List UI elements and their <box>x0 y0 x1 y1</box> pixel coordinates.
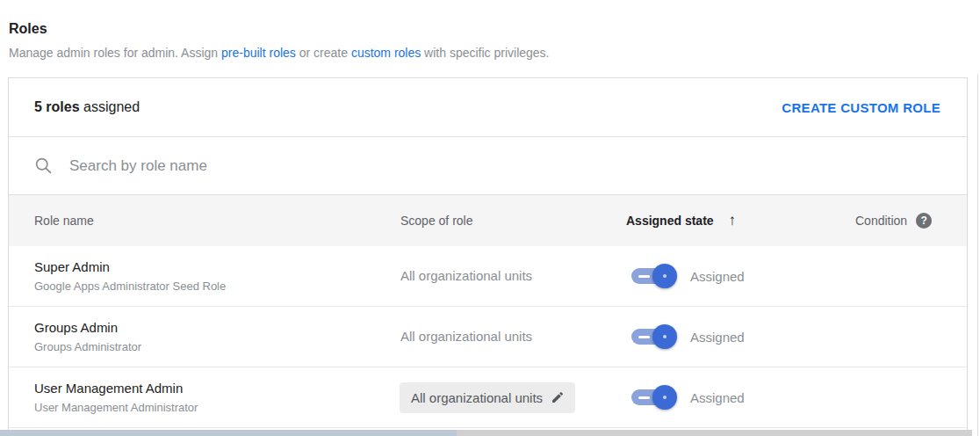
header-assigned-state-sort[interactable]: Assigned state↑ <box>626 212 736 229</box>
toggle-knob-dot <box>663 335 667 338</box>
edit-icon <box>551 390 565 404</box>
table-header-row: Role name Scope of role Assigned state↑ … <box>9 195 967 246</box>
subtitle-text: with specific privileges. <box>421 46 549 60</box>
assigned-state-label: Assigned <box>690 330 745 345</box>
assigned-toggle[interactable] <box>631 389 672 405</box>
page-subtitle: Manage admin roles for admin. Assign pre… <box>9 46 887 60</box>
table-row: Groups Admin Groups Administrator All or… <box>9 307 967 367</box>
prebuilt-roles-link[interactable]: pre-built roles <box>221 46 296 60</box>
toggle-knob <box>652 324 677 349</box>
custom-roles-link[interactable]: custom roles <box>351 46 421 60</box>
table-row: Super Admin Google Apps Administrator Se… <box>9 246 967 307</box>
role-name: Super Admin <box>34 259 400 274</box>
toggle-knob-dot <box>663 396 667 399</box>
scope-value: All organizational units <box>411 390 543 405</box>
page-title: Roles <box>9 21 887 37</box>
search-icon <box>34 156 53 175</box>
header-role-name: Role name <box>9 214 400 228</box>
panel-edge-divider <box>977 74 978 436</box>
toggle-on-dash <box>638 336 650 338</box>
roles-count-suffix: assigned <box>80 99 141 114</box>
horizontal-scrollbar-thumb[interactable] <box>0 430 457 436</box>
header-scope: Scope of role <box>400 214 626 228</box>
roles-count-number: 5 roles <box>34 99 80 114</box>
role-name: Groups Admin <box>34 320 400 335</box>
search-input[interactable] <box>69 149 967 184</box>
subtitle-text: or create <box>296 46 351 60</box>
assigned-toggle[interactable] <box>631 268 672 284</box>
horizontal-scrollbar[interactable] <box>0 430 972 436</box>
assigned-toggle[interactable] <box>631 329 672 345</box>
toggle-on-dash <box>638 275 650 278</box>
search-bar <box>9 137 967 195</box>
toggle-knob <box>652 264 677 288</box>
header-condition: Condition <box>855 214 907 228</box>
role-name: User Management Admin <box>34 381 400 396</box>
assigned-state-label: Assigned <box>690 390 745 405</box>
scope-edit-chip[interactable]: All organizational units <box>400 382 575 413</box>
header-assigned-state-label: Assigned state <box>626 214 714 228</box>
role-description: User Management Administrator <box>34 401 400 414</box>
roles-count: 5 roles assigned <box>34 99 140 115</box>
toggle-on-dash <box>638 396 650 399</box>
help-icon[interactable]: ? <box>916 213 932 229</box>
scope-value: All organizational units <box>400 329 532 344</box>
toggle-knob-dot <box>663 274 667 278</box>
role-description: Groups Administrator <box>34 340 400 353</box>
assigned-state-label: Assigned <box>690 269 745 284</box>
card-header: 5 roles assigned CREATE CUSTOM ROLE <box>9 78 967 137</box>
role-description: Google Apps Administrator Seed Role <box>34 280 400 293</box>
roles-card: 5 roles assigned CREATE CUSTOM ROLE Role… <box>8 77 968 436</box>
subtitle-text: Manage admin roles for admin. Assign <box>9 46 221 60</box>
page-header: Roles Manage admin roles for admin. Assi… <box>9 21 887 60</box>
create-custom-role-button[interactable]: CREATE CUSTOM ROLE <box>782 100 940 115</box>
sort-ascending-icon: ↑ <box>729 212 737 229</box>
scope-value: All organizational units <box>400 268 532 283</box>
table-row: User Management Admin User Management Ad… <box>9 367 967 428</box>
toggle-knob <box>652 385 677 410</box>
